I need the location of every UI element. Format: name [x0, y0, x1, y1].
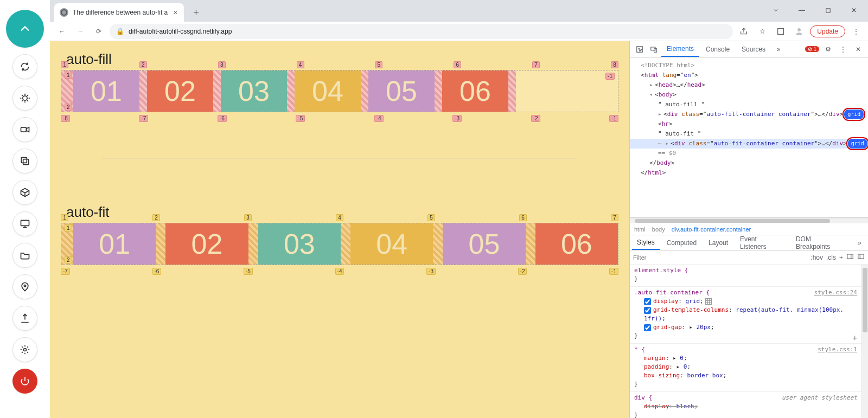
dom-node[interactable]: <html lang="en">: [630, 70, 868, 80]
grid-badge[interactable]: grid: [848, 139, 867, 149]
bug-button[interactable]: [12, 86, 37, 111]
close-tab-button[interactable]: ×: [172, 8, 178, 17]
grid-badge[interactable]: grid: [844, 110, 864, 119]
folder-button[interactable]: [12, 243, 37, 268]
dom-node-selected[interactable]: ⋯ ▸<div class="auto-fit-container contai…: [630, 139, 868, 149]
location-button[interactable]: [12, 274, 37, 299]
tab-dom-breakpoints[interactable]: DOM Breakpoints: [791, 233, 851, 253]
collapse-up-button[interactable]: [6, 10, 44, 48]
new-tab-button[interactable]: +: [188, 5, 203, 20]
window-close-button[interactable]: ✕: [842, 2, 866, 18]
menu-button[interactable]: ⋮: [848, 24, 864, 39]
breadcrumb-item[interactable]: body: [652, 226, 665, 233]
window-maximize-button[interactable]: [816, 2, 840, 18]
grid-line-label: -7: [139, 115, 148, 122]
breadcrumb-item[interactable]: html: [634, 226, 646, 233]
browser-window: The difference between auto-fit a × + — …: [50, 0, 868, 418]
svg-point-7: [24, 285, 25, 287]
tab-sources[interactable]: Sources: [736, 42, 771, 56]
tab-console[interactable]: Console: [700, 42, 735, 56]
rule-element-style[interactable]: element.style { }: [630, 265, 861, 287]
back-button[interactable]: ←: [54, 24, 69, 39]
upload-button[interactable]: [12, 306, 37, 331]
rule-ua-div[interactable]: user agent stylesheet div { display: blo…: [630, 392, 861, 418]
forward-button[interactable]: →: [73, 24, 88, 39]
gear-icon: [20, 344, 30, 355]
browser-tab[interactable]: The difference between auto-fit a ×: [54, 3, 184, 22]
computed-sidebar-button[interactable]: [846, 253, 854, 262]
rule-star[interactable]: style.css:1 * { margin: ▸ 0; padding: ▸ …: [630, 344, 861, 392]
dom-text[interactable]: " auto-fill ": [630, 100, 868, 110]
grid-line-label: 2: [152, 214, 160, 221]
address-bar[interactable]: 🔒 diff-autofit-autofill-cssgrid.netlify.…: [110, 24, 733, 39]
dom-tree[interactable]: <!DOCTYPE html> <html lang="en"> ▸<head>…: [630, 57, 868, 218]
update-button[interactable]: Update: [810, 25, 845, 37]
window-dropdown-button[interactable]: [764, 2, 788, 18]
device-toggle-button[interactable]: [647, 43, 660, 56]
share-button[interactable]: [736, 24, 751, 39]
svg-rect-3: [23, 159, 29, 165]
dom-node[interactable]: <hr>: [630, 119, 868, 129]
grid-cell: 05: [443, 223, 525, 265]
new-rule-button[interactable]: +: [839, 254, 843, 261]
sidebar-toggle-button[interactable]: [857, 253, 865, 262]
devtools-close-button[interactable]: ✕: [852, 43, 865, 56]
tab-layout[interactable]: Layout: [704, 236, 733, 249]
grid-swatch-icon[interactable]: [705, 298, 712, 305]
dom-node[interactable]: </body>: [630, 158, 868, 168]
favicon-icon: [60, 8, 68, 17]
tab-elements[interactable]: Elements: [661, 42, 699, 57]
sync-button[interactable]: [12, 54, 37, 79]
grid-line-label: -7: [61, 268, 70, 275]
profile-button[interactable]: [792, 24, 807, 39]
devices-icon: [650, 46, 658, 53]
reload-button[interactable]: ⟳: [91, 24, 106, 39]
inspect-button[interactable]: [633, 43, 646, 56]
dom-horizontal-scrollbar[interactable]: [630, 218, 868, 223]
grid-line-label: 7: [611, 214, 618, 221]
grid-gap: [213, 70, 221, 112]
grid-gap: [156, 223, 165, 265]
styles-rules[interactable]: element.style { } style.css:24 .auto-fit…: [630, 265, 861, 418]
monitor-button[interactable]: [12, 211, 37, 236]
dom-text[interactable]: " auto-fit ": [630, 129, 868, 139]
copy-button[interactable]: [12, 149, 37, 173]
bookmark-button[interactable]: ☆: [755, 24, 770, 39]
dom-eq0: == $0: [658, 150, 676, 157]
power-button[interactable]: [12, 369, 37, 394]
grid-line-label: 1: [61, 61, 68, 68]
prop-toggle[interactable]: [644, 324, 651, 331]
rule-src-link[interactable]: style.css:24: [814, 288, 857, 297]
rule-auto-fit[interactable]: style.css:24 .auto-fit-container { displ…: [630, 287, 861, 344]
tab-computed[interactable]: Computed: [662, 236, 701, 249]
grid-line-label: -8: [61, 115, 70, 122]
grid-cell: 01: [73, 223, 156, 265]
styles-filter-input[interactable]: [633, 254, 807, 261]
tabs-overflow-button[interactable]: »: [772, 43, 785, 56]
extensions-button[interactable]: [773, 24, 788, 39]
styles-overflow-button[interactable]: »: [853, 236, 866, 249]
camera-button[interactable]: [12, 117, 37, 142]
grid-cell: 01: [73, 70, 139, 112]
cls-toggle[interactable]: .cls: [826, 254, 836, 261]
hov-toggle[interactable]: :hov: [810, 254, 823, 261]
dom-node[interactable]: ▸<head>…</head>: [630, 80, 868, 90]
fill-outline: 1 2 01 02 03 04 05 06: [61, 70, 618, 112]
add-rule-button[interactable]: +: [853, 333, 857, 342]
devtools-settings-button[interactable]: ⚙: [821, 43, 834, 56]
box-button[interactable]: [12, 180, 37, 205]
settings-button[interactable]: [12, 337, 37, 362]
dom-node[interactable]: ▸<div class="auto-fill-container contain…: [630, 110, 868, 119]
tab-styles[interactable]: Styles: [632, 236, 660, 250]
prop-toggle[interactable]: [644, 307, 651, 314]
window-minimize-button[interactable]: —: [790, 2, 814, 18]
error-badge[interactable]: ⊘ 1: [805, 46, 819, 52]
tab-event-listeners[interactable]: Event Listeners: [735, 233, 789, 253]
dom-node[interactable]: ▾<body>: [630, 90, 868, 100]
prop-toggle[interactable]: [644, 298, 651, 305]
breadcrumb-item[interactable]: div.auto-fit-container.container: [672, 226, 751, 233]
styles-scrollbar[interactable]: [861, 265, 868, 418]
dom-node[interactable]: </html>: [630, 168, 868, 178]
devtools-menu-button[interactable]: ⋮: [837, 43, 850, 56]
rule-src-link[interactable]: style.css:1: [818, 345, 857, 354]
